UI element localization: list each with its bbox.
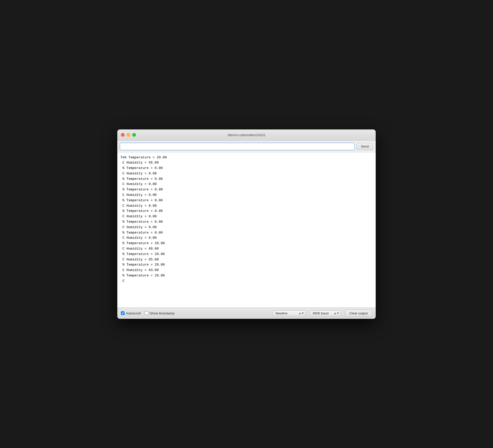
output-area: Te% Temperature = 29.00 C Humidity = 56.… (117, 152, 376, 307)
toolbar: Send (117, 141, 376, 152)
show-timestamp-label[interactable]: Show timestamp (145, 311, 174, 315)
baud-select[interactable]: 300 baud1200 baud2400 baud4800 baud9600 … (310, 310, 341, 316)
maximize-button[interactable] (132, 133, 136, 137)
clear-output-button[interactable]: Clear output (345, 310, 372, 317)
autoscroll-checkbox[interactable] (121, 311, 125, 315)
show-timestamp-text: Show timestamp (150, 311, 174, 315)
autoscroll-text: Autoscroll (126, 311, 141, 315)
autoscroll-label[interactable]: Autoscroll (121, 311, 141, 315)
newline-select-wrapper: NewlineNo line endingCarriage returnBoth… (273, 310, 306, 316)
main-window: /dev/cu.usbmodem14101 Send Te% Temperatu… (117, 129, 376, 319)
newline-select[interactable]: NewlineNo line endingCarriage returnBoth… (273, 310, 306, 316)
send-input[interactable] (120, 143, 355, 150)
window-title: /dev/cu.usbmodem14101 (228, 133, 265, 137)
minimize-button[interactable] (127, 133, 130, 137)
send-button[interactable]: Send (357, 143, 373, 150)
show-timestamp-checkbox[interactable] (145, 311, 148, 315)
close-button[interactable] (121, 133, 125, 137)
titlebar: /dev/cu.usbmodem14101 (117, 129, 376, 141)
statusbar: Autoscroll Show timestamp NewlineNo line… (117, 307, 376, 319)
baud-select-wrapper: 300 baud1200 baud2400 baud4800 baud9600 … (310, 310, 341, 316)
window-controls (121, 133, 136, 137)
